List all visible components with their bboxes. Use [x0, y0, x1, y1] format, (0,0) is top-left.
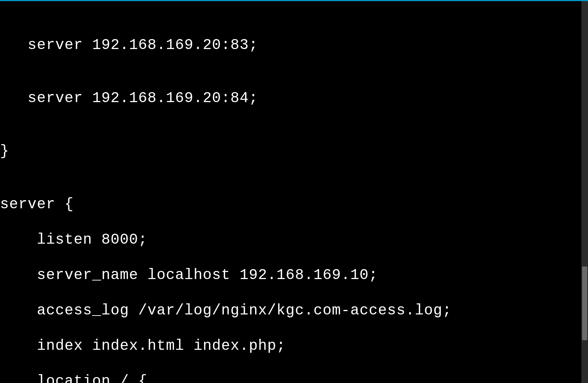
code-line: access_log /var/log/nginx/kgc.com-access…	[0, 302, 588, 320]
scrollbar-track[interactable]	[581, 1, 588, 383]
code-line: server {	[0, 196, 588, 213]
code-line: location / {	[0, 373, 588, 383]
code-line: index index.html index.php;	[0, 337, 588, 355]
scrollbar-thumb[interactable]	[582, 267, 587, 340]
terminal-output[interactable]: server 192.168.169.20:83; server 192.168…	[0, 1, 588, 383]
code-line: }	[0, 143, 588, 160]
code-line: listen 8000;	[0, 231, 588, 249]
code-line: server 192.168.169.20:83;	[0, 36, 588, 54]
code-line: server_name localhost 192.168.169.10;	[0, 267, 588, 284]
code-line: server 192.168.169.20:84;	[0, 90, 588, 107]
